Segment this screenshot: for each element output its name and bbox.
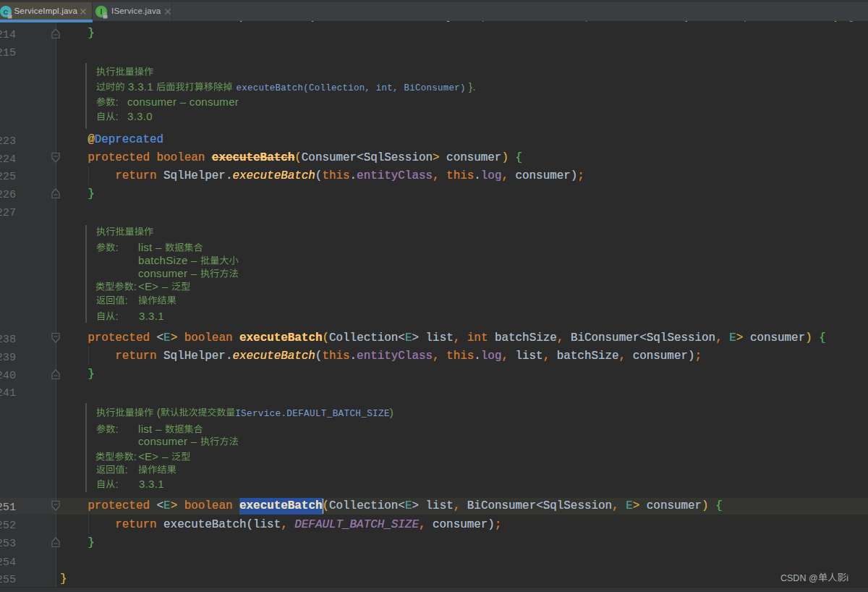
- svg-text:I: I: [101, 8, 103, 16]
- svg-text:C: C: [4, 8, 9, 16]
